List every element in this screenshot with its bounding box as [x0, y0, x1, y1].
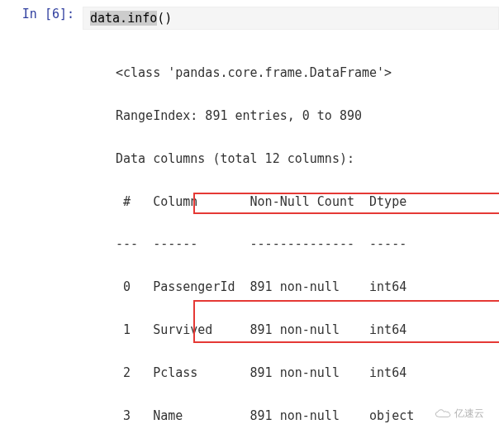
output-cols-line: Data columns (total 12 columns): — [116, 149, 499, 170]
output-range-line: RangeIndex: 891 entries, 0 to 890 — [116, 106, 499, 127]
code-input[interactable]: data.info() — [83, 7, 499, 30]
prompt-in-label: In — [22, 7, 45, 21]
cloud-icon — [435, 409, 451, 419]
output-area: <class 'pandas.core.frame.DataFrame'> Ra… — [83, 36, 499, 448]
output-class-line: <class 'pandas.core.frame.DataFrame'> — [116, 63, 499, 84]
table-row: 1 Survived 891 non-null int64 — [116, 320, 499, 341]
table-row: 0 PassengerId 891 non-null int64 — [116, 277, 499, 298]
watermark: 亿速云 — [431, 406, 487, 422]
table-row: 2 Pclass 891 non-null int64 — [116, 363, 499, 384]
output-header: # Column Non-Null Count Dtype — [116, 192, 499, 213]
code-highlighted: data.info — [90, 11, 157, 26]
input-prompt: In [6]: — [8, 7, 83, 30]
code-content: data.info() — [90, 11, 172, 26]
output-sep: --- ------ -------------- ----- — [116, 234, 499, 255]
watermark-text: 亿速云 — [454, 407, 484, 421]
code-rest: () — [157, 11, 172, 26]
prompt-exec-num: [6]: — [45, 7, 74, 21]
notebook-cell: In [6]: data.info() — [0, 0, 499, 36]
